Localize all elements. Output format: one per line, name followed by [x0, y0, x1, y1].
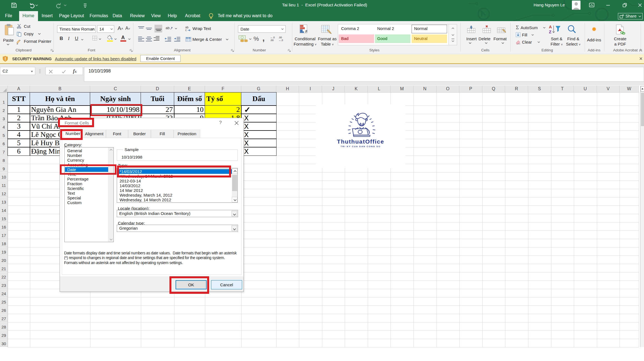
svg-text:.00: .00	[278, 36, 282, 39]
svg-text:→.0: →.0	[278, 39, 283, 42]
svg-text:Z: Z	[549, 29, 551, 34]
svg-text:←.0: ←.0	[270, 36, 275, 39]
svg-text:c: c	[185, 28, 187, 32]
svg-text:A: A	[549, 24, 552, 29]
svg-text:.00: .00	[270, 39, 274, 42]
svg-text:≠: ≠	[305, 29, 308, 34]
svg-text:ab: ab	[166, 26, 169, 30]
